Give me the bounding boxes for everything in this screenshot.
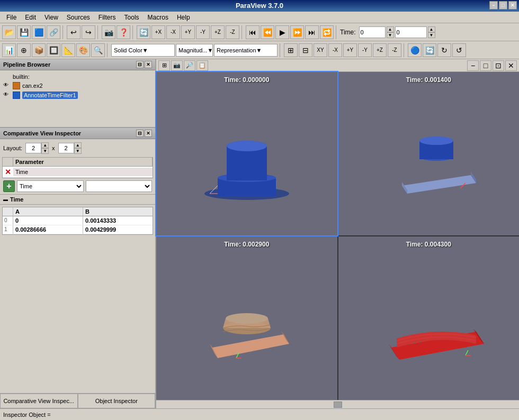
layout-x-input[interactable] <box>25 143 41 153</box>
camera-x-button[interactable]: +X <box>151 25 165 39</box>
camera-a-button[interactable]: -Y <box>196 25 210 39</box>
add-param-dropdown2[interactable] <box>86 180 153 192</box>
save-button[interactable]: 💾 <box>17 25 31 39</box>
representation-dropdown[interactable]: Representation ▼ <box>214 44 278 57</box>
comp-close-button[interactable]: ✕ <box>145 130 152 137</box>
display-btn4[interactable]: 🔲 <box>47 43 60 57</box>
vp-close-button[interactable]: ✕ <box>505 60 517 71</box>
orient-btn6[interactable]: -Z <box>388 43 401 57</box>
orient-btn4[interactable]: -Y <box>358 43 372 57</box>
pipeline-expand-button[interactable]: ⊟ <box>136 61 144 68</box>
undo-button[interactable]: ↩ <box>67 25 80 39</box>
menu-sources[interactable]: Sources <box>62 13 94 22</box>
play-button[interactable]: ▶ <box>275 25 289 39</box>
object-inspector-tab[interactable]: Object Inspector <box>78 394 156 408</box>
display-btn5[interactable]: 📐 <box>61 43 75 57</box>
eye-icon-filter[interactable]: 👁 <box>3 92 11 99</box>
magnitude-dropdown[interactable]: Magnitud... ▼ <box>176 44 213 57</box>
time-section-header[interactable]: ▬ Time <box>0 194 155 205</box>
view-btn1[interactable]: 🔵 <box>408 43 422 57</box>
camera-b-button[interactable]: +Z <box>211 25 225 39</box>
timeval-down-button[interactable]: ▼ <box>428 32 435 38</box>
viewport-cell-1[interactable]: Time: 0.001400 <box>338 72 520 235</box>
add-param-button[interactable]: + <box>3 180 15 192</box>
dt-a-0[interactable]: 0 <box>13 216 83 225</box>
time-up-button[interactable]: ▲ <box>387 26 394 32</box>
axes-btn[interactable]: ⊟ <box>299 43 312 57</box>
vp-btn3[interactable]: 🔎 <box>184 60 195 71</box>
view-btn4[interactable]: ↺ <box>452 43 466 57</box>
pipeline-item-can[interactable]: 👁 can.ex2 <box>2 81 153 90</box>
screenshot-button[interactable]: 📷 <box>102 25 115 39</box>
vp-max-button[interactable]: ⊡ <box>493 60 504 71</box>
display-btn1[interactable]: 📊 <box>2 43 16 57</box>
last-frame-button[interactable]: ⏭ <box>305 25 319 39</box>
filter-label[interactable]: AnnotateTimeFilter1 <box>22 92 78 99</box>
display-btn3[interactable]: 📦 <box>32 43 46 57</box>
comp-inspector-tab[interactable]: Comparative View Inspec... <box>0 394 78 408</box>
camera-y-button[interactable]: -X <box>166 25 180 39</box>
viewport-scrollbar[interactable] <box>156 400 519 408</box>
menu-tools[interactable]: Tools <box>120 13 144 22</box>
menu-file[interactable]: File <box>2 13 21 22</box>
vp-btn1[interactable]: ⊞ <box>158 60 170 71</box>
vp-restore-button[interactable]: □ <box>480 60 491 71</box>
vp-btn4[interactable]: 📋 <box>196 60 208 71</box>
display-btn2[interactable]: ⊕ <box>17 43 31 57</box>
viewport-cell-3[interactable]: Time: 0.004300 <box>338 236 520 400</box>
time-down-button[interactable]: ▼ <box>387 32 394 38</box>
loop-button[interactable]: 🔁 <box>320 25 334 39</box>
layout-x-down[interactable]: ▼ <box>41 148 49 154</box>
close-button[interactable]: ✕ <box>508 1 517 10</box>
layout-y-down[interactable]: ▼ <box>74 148 82 154</box>
viewport-cell-2[interactable]: Time: 0.002900 <box>156 236 337 400</box>
camera-orbit-button[interactable]: 🔄 <box>137 25 150 39</box>
orient-btn3[interactable]: +Y <box>343 43 357 57</box>
timeval-up-button[interactable]: ▲ <box>428 26 435 32</box>
open-button[interactable]: 📂 <box>2 25 16 39</box>
prev-frame-button[interactable]: ⏪ <box>261 25 274 39</box>
first-frame-button[interactable]: ⏮ <box>246 25 260 39</box>
view-btn2[interactable]: 🔄 <box>423 43 436 57</box>
next-frame-button[interactable]: ⏩ <box>290 25 304 39</box>
minimize-button[interactable]: − <box>489 1 498 10</box>
connect-button[interactable]: 🔗 <box>47 25 60 39</box>
rescale-btn[interactable]: ⊞ <box>284 43 298 57</box>
menu-edit[interactable]: Edit <box>21 13 40 22</box>
layout-x-up[interactable]: ▲ <box>41 142 49 148</box>
viewport-cell-0[interactable]: Time: 0.000000 <box>156 72 337 235</box>
eye-icon-can[interactable]: 👁 <box>3 82 11 89</box>
display-btn6[interactable]: 🎨 <box>76 43 90 57</box>
camera-z-button[interactable]: +Y <box>181 25 195 39</box>
color-dropdown[interactable]: Solid Color ▼ <box>111 44 175 57</box>
dt-a-1[interactable]: 0.00286666 <box>13 225 83 234</box>
comp-expand-button[interactable]: ⊟ <box>136 130 144 137</box>
orient-btn2[interactable]: -X <box>328 43 342 57</box>
vp-btn2[interactable]: 📷 <box>171 60 183 71</box>
menu-macros[interactable]: Macros <box>144 13 173 22</box>
dt-b-0[interactable]: 0.00143333 <box>83 216 153 225</box>
cube-icon[interactable]: 🟦 <box>32 25 46 39</box>
orient-btn5[interactable]: +Z <box>373 43 387 57</box>
delete-time-button[interactable]: ✕ <box>5 168 11 176</box>
layout-y-up[interactable]: ▲ <box>74 142 82 148</box>
dt-b-1[interactable]: 0.00429999 <box>83 225 153 234</box>
layout-y-input[interactable] <box>58 143 74 153</box>
maximize-button[interactable]: □ <box>499 1 507 10</box>
menu-view[interactable]: View <box>40 13 62 22</box>
pipeline-close-button[interactable]: ✕ <box>145 61 152 68</box>
help-button[interactable]: ❓ <box>117 25 130 39</box>
menu-help[interactable]: Help <box>173 13 194 22</box>
camera-c-button[interactable]: -Z <box>226 25 239 39</box>
view-btn3[interactable]: ↻ <box>437 43 451 57</box>
menu-filters[interactable]: Filters <box>94 13 120 22</box>
time-value-input[interactable] <box>395 26 427 38</box>
display-btn7[interactable]: 🔍 <box>91 43 105 57</box>
add-param-dropdown1[interactable]: Time <box>17 180 84 192</box>
time-input[interactable] <box>359 26 386 38</box>
vp-min-button[interactable]: − <box>467 60 479 71</box>
pipeline-item-filter[interactable]: 👁 AnnotateTimeFilter1 <box>2 90 153 100</box>
redo-button[interactable]: ↪ <box>82 25 95 39</box>
scroll-thumb[interactable] <box>334 401 342 408</box>
orient-btn1[interactable]: XY <box>314 43 327 57</box>
